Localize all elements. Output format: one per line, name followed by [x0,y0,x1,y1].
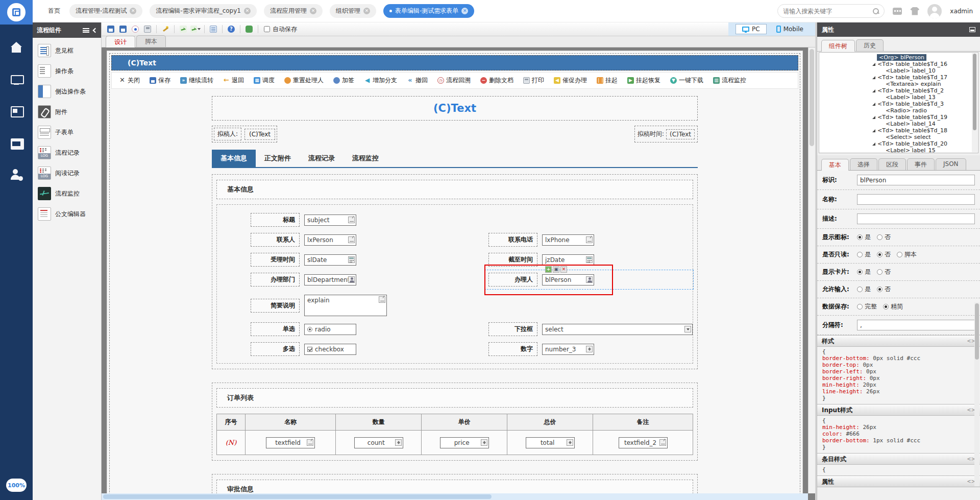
lxPerson-input[interactable]: lxPerson [304,234,356,246]
radio-option[interactable]: 否 [877,250,891,259]
component-process-log[interactable]: 流程记录 [38,146,101,159]
field-explain[interactable]: 简要说明 explain [217,295,455,316]
radio-option[interactable]: 是 [857,285,871,294]
field-blDepartment[interactable]: 办理部门 blDepartment [217,273,455,287]
field-lxPhone[interactable]: 联系电话 lxPhone [455,233,693,247]
tab-process-mgmt[interactable]: 流程管理-流程测试✕ [69,4,142,18]
add-widget-icon[interactable]: + [545,266,552,273]
preview-button[interactable] [130,24,140,34]
explain-textarea[interactable]: explain [304,295,387,316]
number-input[interactable]: number_3 [542,344,594,355]
draft-time-field[interactable]: 拟稿时间: (C)Text [634,126,698,142]
zoom-level-badge[interactable]: 100% [6,479,27,492]
radio-option[interactable]: 否 [877,285,891,294]
tree-node[interactable]: <Label> label_14 [819,121,978,127]
app-logo[interactable] [0,0,33,25]
field-jzDate[interactable]: 截至时间 jzDate [455,253,693,267]
import-button[interactable] [178,24,188,34]
scrollbar-thumb[interactable] [810,49,814,146]
form-window-titlebar[interactable]: (C)Text [111,55,798,70]
count-input[interactable]: count [354,437,403,448]
price-input[interactable]: price [440,437,489,448]
wf-dispatch-button[interactable]: ▦调度 [254,76,275,85]
calendar-icon[interactable] [10,137,22,149]
tab-home[interactable]: 首页 [46,4,62,18]
drafter-field[interactable]: 拟稿人: (C)Text [212,126,277,142]
search-input[interactable] [783,8,873,15]
prop-separator-input[interactable] [857,320,975,330]
property-scrollbar[interactable] [974,302,979,486]
export-button[interactable] [190,24,201,34]
tab-json[interactable]: JSON [936,158,966,170]
radio-option[interactable]: 否 [877,268,891,276]
layout-button[interactable] [208,24,218,34]
component-read-log[interactable]: 阅读记录 [38,166,101,180]
tree-node[interactable]: <Td> table_table$Td_18 [819,127,978,134]
tab-process-monitor[interactable]: 流程监控 [344,150,387,167]
save-button[interactable] [106,24,116,34]
total-input[interactable]: total [526,437,575,448]
wf-download-button[interactable]: ▼一键下载 [670,76,703,85]
workspace-icon[interactable] [10,74,22,86]
tab-process-edit[interactable]: 流程编辑-需求评审流程_copy1✕ [150,4,257,18]
tab-body-attachment[interactable]: 正文附件 [256,150,300,167]
radio-option[interactable]: 是 [857,250,871,259]
textfield-input[interactable]: textfield [266,437,315,448]
tree-node-selected[interactable]: <Org> blPerson [819,54,978,61]
expand-icon[interactable] [872,129,875,132]
tree-node[interactable]: <Td> table_table$Td_16 [819,61,978,67]
select-widget[interactable]: select [542,324,693,335]
theme-button[interactable] [244,24,254,34]
radio-widget[interactable]: radio [304,324,356,335]
expand-icon[interactable] [872,89,875,92]
close-icon[interactable]: ✕ [363,8,370,14]
tree-node[interactable]: <Select> select [819,134,978,140]
field-subject[interactable]: 标题 subject [217,213,455,227]
item-style-section-header[interactable]: 条目样式<> [817,453,980,465]
component-side-action-bar[interactable]: 侧边操作条 [38,85,101,98]
basic-info-section-title[interactable]: 基本信息 [216,180,693,199]
tab-script[interactable]: 脚本 [136,35,166,47]
print-button[interactable] [142,24,153,34]
form-page[interactable]: (C)Text ✕关闭 保存 »继续流转 ←退回 ▦调度 重置处理人 加签 ◀增… [107,51,803,493]
tab-basic[interactable]: 基本 [821,159,849,171]
component-process-monitor[interactable]: 流程监控 [38,187,101,200]
search-icon[interactable] [873,8,879,14]
radio-option[interactable]: 否 [877,233,891,242]
tree-scrollbar[interactable] [972,53,977,152]
minimize-panel-icon[interactable] [969,27,975,32]
field-checkbox[interactable]: 多选 checkbox [217,342,455,356]
menu-icon[interactable] [83,28,89,33]
tree-node[interactable]: <Td> table_table$Td_2 [819,87,978,94]
autosave-checkbox[interactable] [264,26,270,32]
apps-icon[interactable] [10,105,22,117]
tab-org-mgmt[interactable]: 组织管理✕ [330,4,376,18]
field-lxPerson[interactable]: 联系人 lxPerson [217,233,455,247]
wf-rollback-button[interactable]: ◷流程回溯 [437,76,471,85]
component-doc-editor[interactable]: 公文编辑器 [38,207,101,221]
canvas-horizontal-scrollbar[interactable] [102,493,808,500]
field-slDate[interactable]: 受理时间 slDate [217,253,455,267]
input-style-section-header[interactable]: Input样式<> [817,404,980,416]
tree-node[interactable]: <Td> table_table$Td_17 [819,74,978,81]
help-button[interactable] [226,24,236,34]
tab-events[interactable]: 事件 [907,158,935,170]
copy-widget-icon[interactable]: ▣ [553,266,559,273]
scrollbar-thumb[interactable] [973,54,976,130]
tab-selection[interactable]: 选择 [850,158,877,170]
close-icon[interactable]: ✕ [310,8,316,14]
tree-node[interactable]: <Label> label_15 [819,147,978,153]
tab-form-edit-active[interactable]: 表单编辑-测试需求表单✕ [383,4,474,18]
wf-return-button[interactable]: ←退回 [223,76,244,85]
message-icon[interactable] [893,8,902,15]
tree-node[interactable]: <Td> table_table$Td_3 [819,101,978,107]
expand-icon[interactable] [872,142,875,146]
wf-delete-doc-button[interactable]: −删除文档 [480,76,513,85]
component-attachment[interactable]: 附件 [38,105,101,118]
tab-section[interactable]: 区段 [878,158,906,170]
wf-urge-button[interactable]: ◀催促办理 [554,76,587,85]
save-as-button[interactable] [118,24,128,34]
close-icon[interactable]: ✕ [461,8,468,14]
component-opinion-box[interactable]: 意见框 [38,44,101,57]
expand-icon[interactable] [872,116,875,119]
